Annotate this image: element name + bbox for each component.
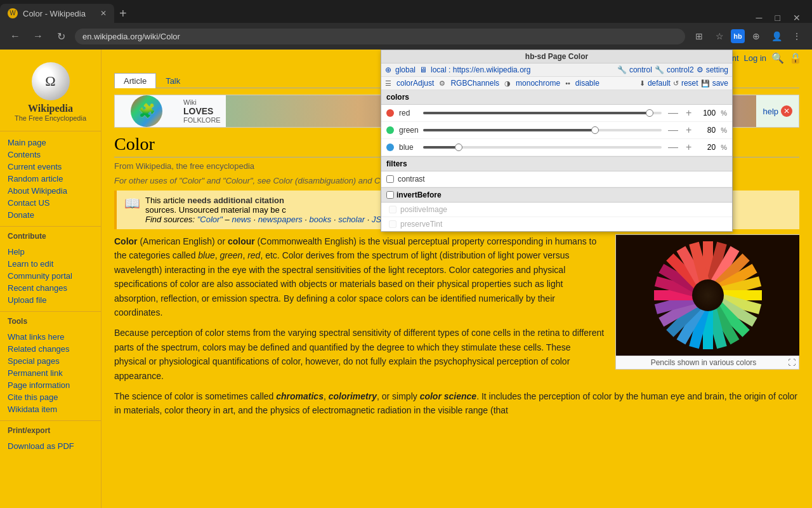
positiveImage-checkbox[interactable]: [389, 206, 396, 213]
red-slider-track[interactable]: [423, 112, 662, 114]
menu-button[interactable]: ⋮: [788, 27, 806, 45]
fullscreen-icon[interactable]: ⛶: [788, 358, 796, 367]
print-heading: Print/export: [0, 424, 101, 438]
blue-slider-track[interactable]: [423, 146, 662, 149]
ext-colorAdjust-btn[interactable]: colorAdjust: [396, 79, 434, 88]
sidebar-item-cite[interactable]: Cite this page: [0, 391, 101, 403]
red-plus-btn[interactable]: +: [684, 108, 693, 118]
banner-close-button[interactable]: ✕: [781, 105, 792, 117]
green-plus-btn[interactable]: +: [684, 125, 693, 135]
sidebar-item-donate[interactable]: Donate: [0, 209, 101, 221]
blue-minus-btn[interactable]: —: [667, 142, 679, 152]
sidebar-item-learn-to-edit[interactable]: Learn to edit: [0, 258, 101, 270]
new-tab-button[interactable]: +: [114, 6, 132, 21]
profile-button[interactable]: 👤: [768, 27, 785, 45]
minimize-button[interactable]: ─: [751, 13, 768, 23]
print-section: Download as PDF: [0, 438, 101, 455]
puzzle-button[interactable]: ⊕: [747, 27, 765, 45]
sidebar-item-random-article[interactable]: Random article: [0, 173, 101, 185]
maximize-button[interactable]: □: [770, 13, 785, 23]
extensions-button[interactable]: ⊞: [690, 27, 708, 45]
sidebar-item-help[interactable]: Help: [0, 246, 101, 258]
sidebar-item-what-links[interactable]: What links here: [0, 331, 101, 343]
ext-reset-btn[interactable]: reset: [681, 79, 698, 88]
ext-disable-btn[interactable]: disable: [575, 79, 599, 88]
sidebar-item-special-pages[interactable]: Special pages: [0, 355, 101, 367]
contribute-heading: Contribute: [0, 229, 101, 243]
red-label: red: [399, 109, 418, 117]
ext-save-btn[interactable]: save: [712, 79, 728, 88]
sidebar-item-wikidata[interactable]: Wikidata item: [0, 403, 101, 415]
green-slider-thumb[interactable]: [591, 126, 599, 134]
browser-chrome: W Color - Wikipedia ✕ + ─ □ ✕ ← → ↻ ⊞ ☆ …: [0, 0, 812, 50]
contrast-label: contrast: [398, 175, 425, 184]
image-caption: Pencils shown in various colors ⛶: [616, 356, 799, 369]
blue-dot: [386, 144, 394, 151]
ext-mono-btn[interactable]: monochrome: [516, 79, 560, 88]
red-value: 100: [698, 109, 716, 117]
address-input[interactable]: [75, 29, 685, 44]
tab-article[interactable]: Article: [114, 73, 156, 88]
sidebar-item-about[interactable]: About Wikipedia: [0, 185, 101, 197]
citation-warning: This article needs additional citation: [145, 196, 284, 205]
ext-global-btn[interactable]: global: [395, 65, 416, 74]
ext-control-btn[interactable]: control: [629, 65, 652, 74]
search-icon[interactable]: 🔍: [771, 52, 784, 64]
sidebar-item-permanent-link[interactable]: Permanent link: [0, 367, 101, 379]
red-slider-thumb[interactable]: [646, 109, 653, 117]
caption-text: Pencils shown in various colors: [651, 358, 757, 367]
ext-default-btn[interactable]: default: [648, 79, 671, 88]
green-minus-btn[interactable]: —: [667, 125, 679, 135]
back-button[interactable]: ←: [6, 27, 24, 45]
citation-books-link[interactable]: books: [310, 215, 332, 224]
divider-1: [0, 131, 101, 131]
green-slider-track[interactable]: [423, 129, 662, 131]
bookmark-button[interactable]: ☆: [710, 27, 728, 45]
red-italic: red: [247, 250, 260, 260]
forward-button[interactable]: →: [29, 27, 47, 45]
green-slider-fill: [423, 129, 595, 131]
citation-news-link[interactable]: news: [232, 215, 251, 224]
wiki-name: Wikipedia: [6, 103, 95, 114]
citation-sources-link[interactable]: "Color": [197, 215, 223, 224]
citation-newspapers-link[interactable]: newspapers: [258, 215, 303, 224]
ext-titlebar[interactable]: hb-sd Page Color: [381, 50, 732, 64]
preserveTint-checkbox[interactable]: [389, 220, 396, 228]
hb-extension-icon[interactable]: hb: [731, 29, 745, 43]
tab-talk[interactable]: Talk: [156, 73, 190, 88]
sidebar-item-current-events[interactable]: Current events: [0, 161, 101, 173]
tab-favicon: W: [8, 8, 18, 18]
sidebar-item-upload[interactable]: Upload file: [0, 294, 101, 306]
banner-help-link[interactable]: help: [763, 107, 778, 116]
close-button[interactable]: ✕: [788, 13, 806, 23]
citation-scholar-link[interactable]: scholar: [338, 215, 365, 224]
red-minus-btn[interactable]: —: [667, 108, 679, 118]
ext-local-btn[interactable]: local : https://en.wikipedia.org: [431, 65, 530, 74]
ext-control2-btn[interactable]: control2: [667, 65, 694, 74]
active-tab[interactable]: W Color - Wikipedia ✕: [0, 4, 114, 23]
blue-plus-btn[interactable]: +: [684, 142, 693, 152]
ext-rgb-btn[interactable]: RGBChannels: [450, 79, 499, 88]
sidebar-item-contents[interactable]: Contents: [0, 149, 101, 161]
contrast-checkbox[interactable]: [386, 175, 394, 183]
toolbar-icons: ⊞ ☆ hb ⊕ 👤 ⋮: [690, 27, 806, 45]
sidebar-item-main-page[interactable]: Main page: [0, 137, 101, 149]
blue-slider-thumb[interactable]: [455, 144, 462, 151]
sidebar-item-related-changes[interactable]: Related changes: [0, 343, 101, 355]
reload-button[interactable]: ↻: [52, 27, 70, 45]
pencil-svg: [616, 235, 799, 356]
sidebar-item-recent-changes[interactable]: Recent changes: [0, 282, 101, 294]
sidebar-item-contact[interactable]: Contact US: [0, 197, 101, 209]
ext-save-area: ⬇ default ↺ reset 💾 save: [639, 79, 728, 88]
sidebar-item-download-pdf[interactable]: Download as PDF: [0, 440, 101, 452]
sidebar-item-community[interactable]: Community portal: [0, 270, 101, 282]
ext-dots-1: ••: [565, 79, 570, 87]
tab-close-button[interactable]: ✕: [100, 9, 107, 18]
login-link[interactable]: Log in: [744, 53, 766, 63]
sidebar-item-page-info[interactable]: Page information: [0, 379, 101, 391]
ext-setting-btn[interactable]: setting: [706, 65, 728, 74]
ext-list-icon: ☰: [385, 79, 391, 88]
green-label: green: [399, 126, 418, 135]
invertBefore-checkbox[interactable]: [386, 191, 394, 199]
article-image-box: Pencils shown in various colors ⛶: [615, 234, 799, 370]
